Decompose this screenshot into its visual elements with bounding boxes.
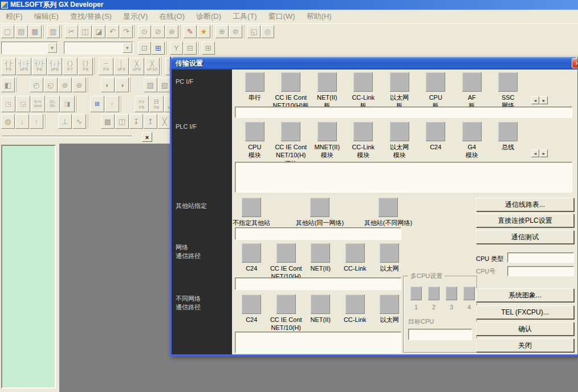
toolbar-button[interactable]: ↧ [129, 114, 143, 129]
device-tile[interactable]: C24 [234, 243, 269, 281]
device-tile[interactable]: NET(II) [303, 295, 338, 332]
dock-close-button[interactable]: × [142, 132, 152, 142]
device-tile[interactable]: AF 板 [454, 72, 490, 110]
toolbar-button[interactable]: ⊥ [58, 114, 72, 129]
vertical-line-button[interactable]: │sF9 [114, 58, 129, 75]
coil-button[interactable]: ( )F7 [63, 58, 78, 75]
open-contact-button[interactable]: ┤├F5 [1, 58, 16, 75]
device-tile[interactable]: 以太网 [372, 243, 407, 281]
toolbar-button[interactable]: ⊚ [58, 77, 72, 92]
menu-item[interactable]: 帮助(H) [301, 11, 337, 22]
dialog-close-button[interactable]: × [572, 58, 577, 68]
device-tile[interactable]: 其他站(不同网络) [354, 198, 422, 227]
device-tile[interactable]: SSC 网络 [490, 72, 527, 110]
menu-item[interactable]: 程(F) [0, 11, 29, 22]
scroll-left-icon[interactable]: ◄ [531, 149, 539, 157]
device-tile[interactable]: CC-Link 模块 [345, 122, 382, 168]
ladder-write-button[interactable]: ✎ [184, 25, 197, 38]
cpu-slot-tile[interactable] [446, 287, 457, 300]
horizontal-line-button[interactable]: ─F9 [99, 58, 113, 75]
toolbar-button[interactable]: ◧ [1, 77, 15, 92]
error-jump-button[interactable]: E+V error [31, 96, 45, 112]
toolbar-button[interactable] [179, 25, 183, 38]
toolbar-button[interactable] [15, 77, 29, 92]
delete-horizontal-button[interactable]: ╳cF9 [129, 58, 144, 75]
toolbar-button[interactable] [44, 114, 58, 129]
toolbar-button[interactable] [211, 25, 215, 38]
device-tile[interactable]: CC-Link 板 [345, 72, 382, 110]
toolbar-button[interactable]: ◐ [101, 77, 115, 92]
ladder-symbol-button[interactable] [93, 58, 98, 75]
device-tile[interactable]: 不指定其他站 [217, 198, 286, 227]
toolbar-button[interactable]: ◴ [30, 77, 43, 92]
menu-item[interactable]: 查找/替换(S) [64, 11, 117, 22]
device-tile[interactable]: 以太网 [372, 295, 407, 332]
toolbar-button[interactable] [75, 96, 89, 112]
toolbar-button[interactable]: ↥ [144, 114, 157, 129]
device-tile[interactable]: 串行 [237, 72, 273, 110]
project-data-list-button[interactable]: ⊞ [152, 42, 165, 55]
entry-data-monitor-button[interactable]: ⊟ [184, 42, 197, 55]
toolbar-button[interactable]: ◨ [60, 96, 75, 112]
menu-item[interactable]: 窗口(W) [263, 11, 301, 22]
dialog-close-action-button[interactable]: 关闭 [476, 338, 574, 352]
copy-button[interactable]: ◫ [79, 25, 92, 38]
combobox-dropdown-icon[interactable]: ▼ [47, 43, 57, 53]
toolbar-button[interactable]: ↑ [30, 114, 43, 129]
zoom-out-button[interactable]: ⊜ [229, 25, 242, 38]
device-tile[interactable]: CC IE Cont NET/10(H)板 [273, 72, 310, 110]
toolbar-button[interactable]: ◫ [115, 114, 129, 129]
cpu-slot-tile[interactable] [463, 287, 475, 300]
toolbar-button[interactable]: ▨ [144, 77, 157, 92]
connection-test-button[interactable]: 通信测试 [476, 230, 574, 244]
menu-item[interactable]: 在线(O) [153, 11, 190, 22]
new-button[interactable]: ▢ [1, 25, 14, 38]
toolbar-button[interactable]: ◑ [115, 77, 129, 92]
rung-f6-button[interactable]: ⊟F6 [149, 96, 164, 112]
device-tile[interactable]: CC IE Cont NET/10(H) 模块 [273, 122, 310, 168]
delete-vertical-button[interactable]: ╳cF10 [145, 58, 160, 75]
toolbar-button[interactable]: ⊞ [90, 96, 104, 112]
print-button[interactable]: ▥ [47, 25, 60, 38]
toolbar-button[interactable] [197, 42, 201, 55]
ladder-symbol-button[interactable]: ★ [197, 25, 210, 38]
comment-display-button[interactable]: ⊞ [202, 42, 215, 55]
toolbar-button[interactable] [60, 25, 64, 38]
save-button[interactable]: ▦ [29, 25, 42, 38]
toolbar-button[interactable] [243, 25, 247, 38]
device-tile[interactable]: 以太网 板 [381, 72, 418, 110]
find-device-button[interactable]: ⊙ [138, 25, 151, 38]
program-select-combobox[interactable]: ▼ [1, 42, 58, 54]
toolbar-button[interactable]: ⊛ [72, 77, 86, 92]
toolbar-button[interactable] [120, 96, 134, 112]
device-tile[interactable]: CC-Link [338, 295, 373, 332]
device-tile[interactable]: NET(II) [303, 243, 338, 281]
scroll-right-icon[interactable]: ► [540, 96, 548, 104]
open-button[interactable]: ▤ [15, 25, 28, 38]
paste-button[interactable]: ◪ [92, 25, 105, 38]
closed-contact-button[interactable]: ┤/├F6 [32, 58, 47, 75]
ladder-symbol-button[interactable] [160, 58, 165, 75]
ok-button[interactable]: 确认 [476, 322, 574, 336]
device-tile[interactable]: CC-Link [338, 243, 373, 281]
toolbar-button[interactable] [129, 77, 143, 92]
device-tile[interactable]: CC IE Cont NET/10(H) [269, 295, 304, 332]
toolbar-button[interactable]: ◲ [16, 96, 30, 112]
rung-f5-button[interactable]: ▭F5 [135, 96, 149, 112]
device-tile[interactable]: MNET(II) 模块 [309, 122, 345, 168]
redo-button[interactable]: ↷ [120, 25, 133, 38]
cpu-slot-tile[interactable] [410, 287, 422, 300]
device-tile[interactable]: CC IE Cont NET/10(H) [269, 243, 304, 281]
menu-item[interactable]: 工具(T) [227, 11, 263, 22]
device-tile[interactable]: G4 模块 [454, 122, 490, 168]
toolbar-button[interactable]: ◍ [1, 114, 15, 129]
target-cpu-field[interactable] [408, 329, 472, 340]
menu-item[interactable]: 诊断(D) [190, 11, 227, 22]
menu-item[interactable]: 编辑(E) [29, 11, 64, 22]
system-image-button[interactable]: 系统图象... [476, 288, 574, 302]
menu-item[interactable]: 显示(V) [117, 11, 153, 22]
toolbar-button[interactable]: ◵ [44, 77, 58, 92]
toolbar-button[interactable] [165, 42, 169, 55]
toolbar-button[interactable]: ♀ [105, 96, 119, 112]
scroll-left-icon[interactable]: ◄ [531, 96, 539, 104]
